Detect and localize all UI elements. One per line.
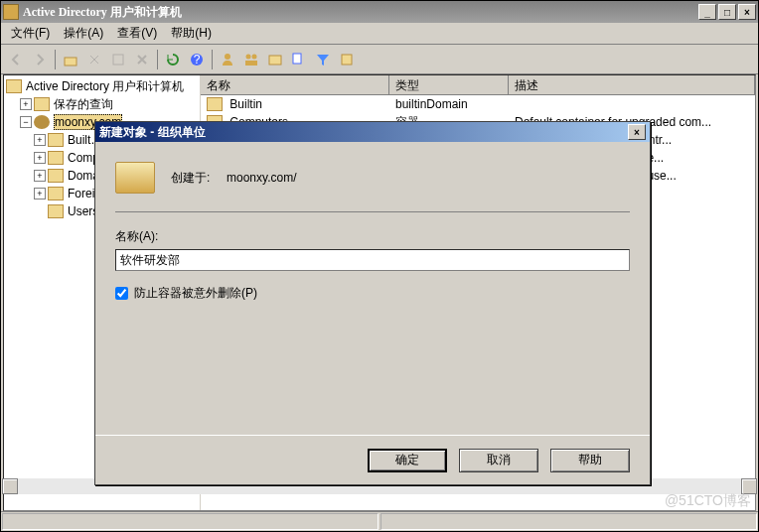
scroll-left-icon[interactable] xyxy=(2,478,18,494)
svg-point-5 xyxy=(246,54,251,59)
watermark: @51CTO博客 xyxy=(665,492,751,510)
toolbar: ? xyxy=(1,45,758,74)
dialog-close-button[interactable]: × xyxy=(628,124,646,140)
svg-rect-9 xyxy=(293,54,301,64)
expand-icon[interactable]: + xyxy=(20,98,32,110)
svg-rect-1 xyxy=(113,55,123,65)
status-bar xyxy=(1,511,758,531)
options-icon[interactable] xyxy=(336,49,358,70)
separator xyxy=(55,50,56,69)
expand-icon[interactable]: + xyxy=(34,170,46,182)
help-icon[interactable]: ? xyxy=(186,49,208,70)
dialog-title-bar: 新建对象 - 组织单位 × xyxy=(95,122,650,142)
title-bar: Active Directory 用户和计算机 _ □ × xyxy=(1,1,758,23)
up-button[interactable] xyxy=(60,49,81,70)
new-ou-dialog: 新建对象 - 组织单位 × 创建于: moonxy.com/ 名称(A): 防止… xyxy=(94,121,651,485)
ou-icon xyxy=(115,162,155,194)
minimize-button[interactable]: _ xyxy=(698,4,716,20)
list-item[interactable]: BuiltinbuiltinDomain xyxy=(201,95,755,113)
status-cell xyxy=(380,513,757,530)
ok-button[interactable]: 确定 xyxy=(368,449,447,472)
menu-view[interactable]: 查看(V) xyxy=(111,23,163,44)
svg-text:?: ? xyxy=(194,53,201,66)
svg-point-4 xyxy=(225,54,230,60)
separator xyxy=(212,50,213,69)
expand-icon[interactable]: + xyxy=(34,134,46,146)
svg-point-6 xyxy=(252,54,257,59)
window-title: Active Directory 用户和计算机 xyxy=(23,4,698,21)
new-ou-icon[interactable] xyxy=(264,49,286,70)
created-in-row: 创建于: moonxy.com/ xyxy=(171,170,296,187)
expand-icon[interactable]: + xyxy=(34,152,46,164)
svg-rect-7 xyxy=(245,61,257,66)
menu-help[interactable]: 帮助(H) xyxy=(165,23,218,44)
maximize-button[interactable]: □ xyxy=(718,4,736,20)
col-type[interactable]: 类型 xyxy=(389,75,509,94)
expand-icon[interactable]: + xyxy=(34,188,46,200)
close-button[interactable]: × xyxy=(738,4,756,20)
protect-checkbox-row[interactable]: 防止容器被意外删除(P) xyxy=(115,285,630,302)
cancel-button[interactable]: 取消 xyxy=(459,449,538,472)
svg-rect-8 xyxy=(269,56,281,65)
properties-icon[interactable] xyxy=(107,49,129,70)
separator xyxy=(157,50,158,69)
protect-label: 防止容器被意外删除(P) xyxy=(134,285,257,302)
new-group-icon[interactable] xyxy=(240,49,262,70)
app-icon xyxy=(3,4,19,20)
created-in-label: 创建于: xyxy=(171,171,210,185)
help-button[interactable]: 帮助 xyxy=(550,449,630,472)
col-name[interactable]: 名称 xyxy=(201,75,389,94)
name-label: 名称(A): xyxy=(115,228,630,245)
cut-icon[interactable] xyxy=(83,49,105,70)
find-icon[interactable] xyxy=(288,49,310,70)
name-input[interactable] xyxy=(115,249,630,271)
created-in-value: moonxy.com/ xyxy=(227,171,296,185)
svg-rect-0 xyxy=(65,58,76,66)
menu-file[interactable]: 文件(F) xyxy=(5,23,56,44)
protect-checkbox[interactable] xyxy=(115,287,128,300)
list-header: 名称 类型 描述 xyxy=(201,75,755,95)
back-button[interactable] xyxy=(5,49,27,70)
filter-icon[interactable] xyxy=(312,49,334,70)
collapse-icon[interactable]: − xyxy=(20,116,32,128)
menu-bar: 文件(F) 操作(A) 查看(V) 帮助(H) xyxy=(1,23,758,45)
col-desc[interactable]: 描述 xyxy=(509,75,755,94)
tree-root[interactable]: Active Directory 用户和计算机 xyxy=(6,77,198,95)
delete-icon[interactable] xyxy=(131,49,153,70)
svg-rect-10 xyxy=(342,55,352,65)
forward-button[interactable] xyxy=(29,49,51,70)
new-user-icon[interactable] xyxy=(217,49,238,70)
refresh-icon[interactable] xyxy=(162,49,184,70)
dialog-title: 新建对象 - 组织单位 xyxy=(99,124,628,141)
tree-saved-queries[interactable]: +保存的查询 xyxy=(6,95,198,113)
menu-action[interactable]: 操作(A) xyxy=(58,23,109,44)
status-cell xyxy=(2,513,379,530)
